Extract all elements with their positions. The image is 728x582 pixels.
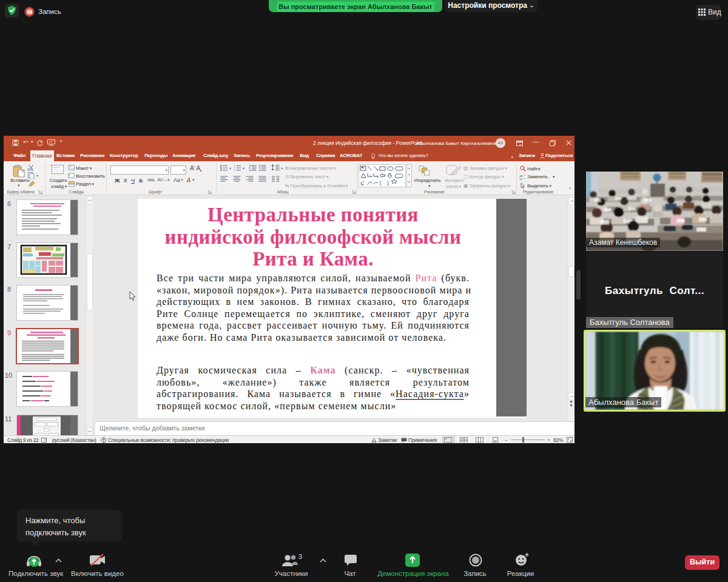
svg-text:3: 3 xyxy=(298,553,302,560)
svg-text:ас: ас xyxy=(519,177,523,180)
